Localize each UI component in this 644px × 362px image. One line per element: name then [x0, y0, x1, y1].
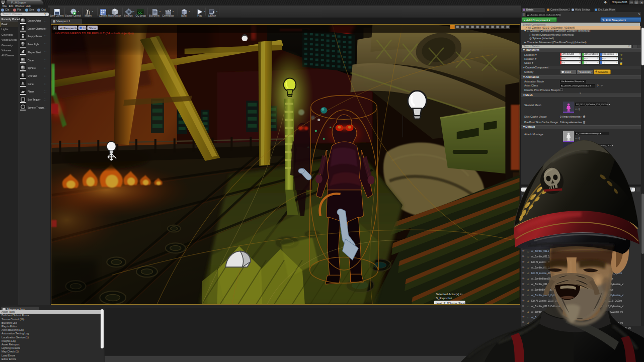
- svg-text:Lit: Lit: [83, 27, 86, 30]
- svg-text:Show: Show: [89, 27, 97, 30]
- svg-text:S_ExportInt: S_ExportInt: [436, 296, 452, 300]
- svg-text:LIGHTING NEEDS TO BE REBUILT (: LIGHTING NEEDS TO BE REBUILT (34 unbuilt…: [55, 31, 134, 35]
- svg-text:⇄ Perspective: ⇄ Perspective: [60, 27, 80, 30]
- svg-text:▾: ▾: [54, 27, 55, 30]
- svg-text:CC: CC: [138, 11, 143, 14]
